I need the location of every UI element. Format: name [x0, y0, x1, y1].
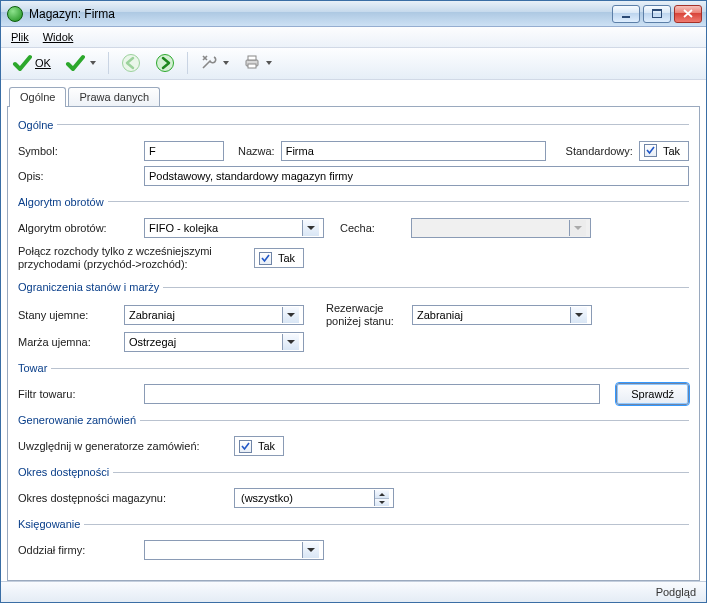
window-frame: Magazyn: Firma Plik Widok OK: [0, 0, 707, 603]
include-orders-checkbox-label: Tak: [258, 440, 275, 452]
neg-margin-label: Marża ujemna:: [18, 336, 118, 348]
standard-label: Standardowy:: [566, 145, 633, 157]
standard-checkbox-label: Tak: [663, 145, 680, 157]
menu-plik[interactable]: Plik: [11, 31, 29, 43]
link-outflows-label: Połącz rozchody tylko z wcześniejszymi p…: [18, 245, 248, 273]
chevron-down-icon: [302, 220, 319, 236]
group-legend: Ogólne: [18, 119, 57, 131]
goods-filter-input[interactable]: [144, 384, 600, 404]
name-input[interactable]: [281, 141, 546, 161]
chevron-down-icon: [569, 220, 586, 236]
menu-widok[interactable]: Widok: [43, 31, 74, 43]
toolbar-separator: [187, 52, 188, 74]
status-preview[interactable]: Podgląd: [656, 586, 696, 598]
menubar: Plik Widok: [1, 27, 706, 48]
branch-label: Oddział firmy:: [18, 544, 138, 556]
branch-select[interactable]: [144, 540, 324, 560]
symbol-label: Symbol:: [18, 145, 138, 157]
group-legend: Księgowanie: [18, 518, 84, 530]
group-availability: Okres dostępności Okres dostępności maga…: [18, 466, 689, 512]
dropdown-arrow-icon: [90, 61, 96, 65]
content-area: Ogólne Prawa danych Ogólne Symbol: Nazwa…: [1, 80, 706, 582]
svg-point-3: [122, 55, 139, 72]
link-outflows-checkbox-label: Tak: [278, 252, 295, 264]
algorithm-select[interactable]: FIFO - kolejka: [144, 218, 324, 238]
spinner-buttons: [374, 490, 389, 506]
include-orders-label: Uwzględnij w generatorze zamówień:: [18, 440, 228, 452]
toolbar-separator: [108, 52, 109, 74]
neg-margin-select[interactable]: Ostrzegaj: [124, 332, 304, 352]
symbol-input[interactable]: [144, 141, 224, 161]
titlebar: Magazyn: Firma: [1, 1, 706, 27]
svg-rect-7: [248, 64, 256, 68]
tab-pane-general: Ogólne Symbol: Nazwa: Standardowy: Tak O…: [7, 106, 700, 582]
svg-rect-0: [622, 16, 630, 18]
spinner-up[interactable]: [375, 490, 389, 499]
tab-general[interactable]: Ogólne: [9, 87, 66, 107]
spinner-down[interactable]: [375, 499, 389, 507]
availability-period-spinner[interactable]: (wszystko): [234, 488, 394, 508]
neg-stock-select[interactable]: Zabraniaj: [124, 305, 304, 325]
apply-button[interactable]: [60, 50, 101, 76]
tools-icon: [200, 53, 218, 73]
toolbar: OK: [1, 48, 706, 80]
ok-label: OK: [35, 57, 51, 69]
include-orders-checkbox[interactable]: Tak: [234, 436, 284, 456]
group-algorithm: Algorytm obrotów Algorytm obrotów: FIFO …: [18, 196, 689, 276]
group-legend: Okres dostępności: [18, 466, 113, 478]
svg-rect-6: [248, 56, 256, 60]
name-label: Nazwa:: [238, 145, 275, 157]
window-controls: [612, 5, 702, 23]
algorithm-label: Algorytm obrotów:: [18, 222, 138, 234]
group-legend: Generowanie zamówień: [18, 414, 140, 426]
res-below-label: Rezerwacje poniżej stanu:: [326, 302, 406, 328]
chevron-down-icon: [570, 307, 587, 323]
tab-strip: Ogólne Prawa danych: [7, 84, 700, 106]
group-orders: Generowanie zamówień Uwzględnij w genera…: [18, 414, 689, 460]
arrow-right-icon: [155, 53, 175, 73]
group-legend: Ograniczenia stanów i marży: [18, 281, 163, 293]
dropdown-arrow-icon: [266, 61, 272, 65]
check-button[interactable]: Sprawdź: [616, 383, 689, 405]
availability-period-label: Okres dostępności magazynu:: [18, 492, 228, 504]
desc-input[interactable]: [144, 166, 689, 186]
ok-button[interactable]: OK: [7, 50, 56, 76]
res-below-select[interactable]: Zabraniaj: [412, 305, 592, 325]
minimize-button[interactable]: [612, 5, 640, 23]
printer-icon: [243, 53, 261, 73]
link-outflows-checkbox[interactable]: Tak: [254, 248, 304, 268]
group-legend: Algorytm obrotów: [18, 196, 108, 208]
feature-label: Cecha:: [340, 222, 375, 234]
group-general: Ogólne Symbol: Nazwa: Standardowy: Tak O…: [18, 119, 689, 190]
tools-button[interactable]: [195, 50, 234, 76]
group-legend: Towar: [18, 362, 51, 374]
standard-checkbox[interactable]: Tak: [639, 141, 689, 161]
arrow-left-icon: [121, 53, 141, 73]
group-limits: Ograniczenia stanów i marży Stany ujemne…: [18, 281, 689, 356]
neg-stock-label: Stany ujemne:: [18, 309, 118, 321]
check-icon: [65, 53, 85, 73]
tab-rights[interactable]: Prawa danych: [68, 87, 160, 106]
feature-select: [411, 218, 591, 238]
dropdown-arrow-icon: [223, 61, 229, 65]
check-icon: [12, 53, 32, 73]
window-title: Magazyn: Firma: [29, 7, 612, 21]
close-button[interactable]: [674, 5, 702, 23]
chevron-down-icon: [302, 542, 319, 558]
maximize-button[interactable]: [643, 5, 671, 23]
chevron-down-icon: [282, 334, 299, 350]
goods-filter-label: Filtr towaru:: [18, 388, 138, 400]
back-button[interactable]: [116, 50, 146, 76]
statusbar: Podgląd: [1, 581, 706, 602]
chevron-down-icon: [282, 307, 299, 323]
group-goods: Towar Filtr towaru: Sprawdź: [18, 362, 689, 408]
forward-button[interactable]: [150, 50, 180, 76]
desc-label: Opis:: [18, 170, 138, 182]
app-icon: [7, 6, 23, 22]
svg-point-4: [156, 55, 173, 72]
svg-rect-2: [652, 9, 662, 11]
print-button[interactable]: [238, 50, 277, 76]
group-booking: Księgowanie Oddział firmy:: [18, 518, 689, 564]
